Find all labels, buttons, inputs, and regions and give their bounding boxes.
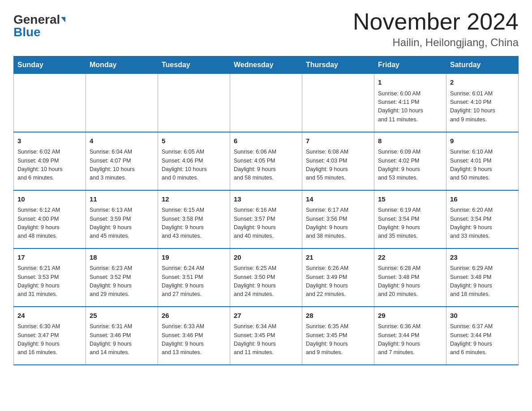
- day-cell: 27Sunrise: 6:34 AM Sunset: 3:45 PM Dayli…: [230, 307, 302, 365]
- day-number: 17: [17, 253, 82, 263]
- day-number: 11: [90, 194, 154, 205]
- header: General Blue November 2024 Hailin, Heilo…: [13, 9, 519, 49]
- day-cell: 22Sunrise: 6:28 AM Sunset: 3:48 PM Dayli…: [374, 248, 446, 307]
- day-cell: 2Sunrise: 6:01 AM Sunset: 4:10 PM Daylig…: [446, 74, 519, 132]
- day-cell: 25Sunrise: 6:31 AM Sunset: 3:46 PM Dayli…: [86, 307, 158, 365]
- day-number: 25: [90, 311, 154, 321]
- col-monday: Monday: [86, 56, 158, 74]
- header-row: Sunday Monday Tuesday Wednesday Thursday…: [14, 56, 519, 74]
- day-cell: 9Sunrise: 6:10 AM Sunset: 4:01 PM Daylig…: [446, 132, 519, 190]
- day-cell: 26Sunrise: 6:33 AM Sunset: 3:46 PM Dayli…: [158, 307, 230, 365]
- day-cell: 12Sunrise: 6:15 AM Sunset: 3:58 PM Dayli…: [158, 190, 230, 248]
- day-number: 28: [306, 311, 370, 321]
- day-info: Sunrise: 6:34 AM Sunset: 3:45 PM Dayligh…: [234, 322, 298, 357]
- day-cell: 21Sunrise: 6:26 AM Sunset: 3:49 PM Dayli…: [302, 248, 374, 307]
- day-number: 2: [450, 77, 515, 88]
- day-info: Sunrise: 6:33 AM Sunset: 3:46 PM Dayligh…: [162, 322, 226, 357]
- day-info: Sunrise: 6:21 AM Sunset: 3:53 PM Dayligh…: [17, 264, 82, 299]
- logo-text-blue: Blue: [13, 25, 41, 39]
- day-cell: [158, 74, 230, 132]
- day-info: Sunrise: 6:37 AM Sunset: 3:44 PM Dayligh…: [450, 322, 515, 357]
- day-number: 6: [234, 136, 298, 146]
- col-wednesday: Wednesday: [230, 56, 302, 74]
- day-cell: 8Sunrise: 6:09 AM Sunset: 4:02 PM Daylig…: [374, 132, 446, 190]
- day-info: Sunrise: 6:04 AM Sunset: 4:07 PM Dayligh…: [90, 148, 154, 183]
- day-number: 23: [450, 253, 515, 263]
- day-cell: 15Sunrise: 6:19 AM Sunset: 3:54 PM Dayli…: [374, 190, 446, 248]
- day-cell: [14, 74, 86, 132]
- day-number: 13: [234, 194, 298, 205]
- day-number: 12: [162, 194, 226, 205]
- day-info: Sunrise: 6:29 AM Sunset: 3:48 PM Dayligh…: [450, 264, 515, 299]
- col-thursday: Thursday: [302, 56, 374, 74]
- calendar-body: 1Sunrise: 6:00 AM Sunset: 4:11 PM Daylig…: [14, 74, 519, 365]
- day-number: 27: [234, 311, 298, 321]
- day-info: Sunrise: 6:36 AM Sunset: 3:44 PM Dayligh…: [378, 322, 442, 357]
- day-info: Sunrise: 6:00 AM Sunset: 4:11 PM Dayligh…: [378, 90, 442, 124]
- day-cell: 11Sunrise: 6:13 AM Sunset: 3:59 PM Dayli…: [86, 190, 158, 248]
- week-row-2: 3Sunrise: 6:02 AM Sunset: 4:09 PM Daylig…: [14, 132, 519, 190]
- day-cell: 18Sunrise: 6:23 AM Sunset: 3:52 PM Dayli…: [86, 248, 158, 307]
- day-number: 29: [378, 311, 442, 321]
- day-cell: 17Sunrise: 6:21 AM Sunset: 3:53 PM Dayli…: [14, 248, 86, 307]
- day-number: 14: [306, 194, 370, 205]
- day-cell: [302, 74, 374, 132]
- day-number: 3: [17, 136, 82, 146]
- day-info: Sunrise: 6:19 AM Sunset: 3:54 PM Dayligh…: [378, 206, 442, 241]
- day-number: 26: [162, 311, 226, 321]
- day-cell: 14Sunrise: 6:17 AM Sunset: 3:56 PM Dayli…: [302, 190, 374, 248]
- week-row-3: 10Sunrise: 6:12 AM Sunset: 4:00 PM Dayli…: [14, 190, 519, 248]
- day-number: 19: [162, 253, 226, 263]
- day-cell: 10Sunrise: 6:12 AM Sunset: 4:00 PM Dayli…: [14, 190, 86, 248]
- day-info: Sunrise: 6:30 AM Sunset: 3:47 PM Dayligh…: [17, 322, 82, 357]
- day-info: Sunrise: 6:24 AM Sunset: 3:51 PM Dayligh…: [162, 264, 226, 299]
- logo-text-general: General: [13, 13, 60, 26]
- day-number: 20: [234, 253, 298, 263]
- day-number: 24: [17, 311, 82, 321]
- calendar-header: Sunday Monday Tuesday Wednesday Thursday…: [14, 56, 519, 74]
- col-saturday: Saturday: [446, 56, 519, 74]
- logo-triangle-icon: [61, 17, 65, 22]
- day-cell: 24Sunrise: 6:30 AM Sunset: 3:47 PM Dayli…: [14, 307, 86, 365]
- day-info: Sunrise: 6:35 AM Sunset: 3:45 PM Dayligh…: [306, 322, 370, 357]
- day-info: Sunrise: 6:26 AM Sunset: 3:49 PM Dayligh…: [306, 264, 370, 299]
- title-area: November 2024 Hailin, Heilongjiang, Chin…: [353, 9, 519, 49]
- day-number: 9: [450, 136, 515, 146]
- day-cell: 20Sunrise: 6:25 AM Sunset: 3:50 PM Dayli…: [230, 248, 302, 307]
- day-cell: 16Sunrise: 6:20 AM Sunset: 3:54 PM Dayli…: [446, 190, 519, 248]
- week-row-4: 17Sunrise: 6:21 AM Sunset: 3:53 PM Dayli…: [14, 248, 519, 307]
- day-number: 15: [378, 194, 442, 205]
- day-cell: 4Sunrise: 6:04 AM Sunset: 4:07 PM Daylig…: [86, 132, 158, 190]
- month-title: November 2024: [353, 9, 519, 34]
- day-cell: 30Sunrise: 6:37 AM Sunset: 3:44 PM Dayli…: [446, 307, 519, 365]
- day-cell: 7Sunrise: 6:08 AM Sunset: 4:03 PM Daylig…: [302, 132, 374, 190]
- day-info: Sunrise: 6:10 AM Sunset: 4:01 PM Dayligh…: [450, 148, 515, 183]
- location-title: Hailin, Heilongjiang, China: [353, 36, 519, 49]
- day-info: Sunrise: 6:25 AM Sunset: 3:50 PM Dayligh…: [234, 264, 298, 299]
- day-cell: 19Sunrise: 6:24 AM Sunset: 3:51 PM Dayli…: [158, 248, 230, 307]
- day-number: 8: [378, 136, 442, 146]
- day-info: Sunrise: 6:06 AM Sunset: 4:05 PM Dayligh…: [234, 148, 298, 183]
- day-number: 30: [450, 311, 515, 321]
- day-cell: 28Sunrise: 6:35 AM Sunset: 3:45 PM Dayli…: [302, 307, 374, 365]
- day-info: Sunrise: 6:31 AM Sunset: 3:46 PM Dayligh…: [90, 322, 154, 357]
- day-number: 18: [90, 253, 154, 263]
- day-cell: [86, 74, 158, 132]
- day-cell: 1Sunrise: 6:00 AM Sunset: 4:11 PM Daylig…: [374, 74, 446, 132]
- day-cell: 6Sunrise: 6:06 AM Sunset: 4:05 PM Daylig…: [230, 132, 302, 190]
- week-row-1: 1Sunrise: 6:00 AM Sunset: 4:11 PM Daylig…: [14, 74, 519, 132]
- day-info: Sunrise: 6:15 AM Sunset: 3:58 PM Dayligh…: [162, 206, 226, 241]
- day-info: Sunrise: 6:17 AM Sunset: 3:56 PM Dayligh…: [306, 206, 370, 241]
- day-cell: 5Sunrise: 6:05 AM Sunset: 4:06 PM Daylig…: [158, 132, 230, 190]
- col-friday: Friday: [374, 56, 446, 74]
- day-cell: 3Sunrise: 6:02 AM Sunset: 4:09 PM Daylig…: [14, 132, 86, 190]
- day-cell: 13Sunrise: 6:16 AM Sunset: 3:57 PM Dayli…: [230, 190, 302, 248]
- day-number: 4: [90, 136, 154, 146]
- day-info: Sunrise: 6:08 AM Sunset: 4:03 PM Dayligh…: [306, 148, 370, 183]
- col-sunday: Sunday: [14, 56, 86, 74]
- day-cell: 23Sunrise: 6:29 AM Sunset: 3:48 PM Dayli…: [446, 248, 519, 307]
- day-number: 16: [450, 194, 515, 205]
- calendar-table: Sunday Monday Tuesday Wednesday Thursday…: [13, 56, 519, 365]
- day-number: 21: [306, 253, 370, 263]
- day-info: Sunrise: 6:13 AM Sunset: 3:59 PM Dayligh…: [90, 206, 154, 241]
